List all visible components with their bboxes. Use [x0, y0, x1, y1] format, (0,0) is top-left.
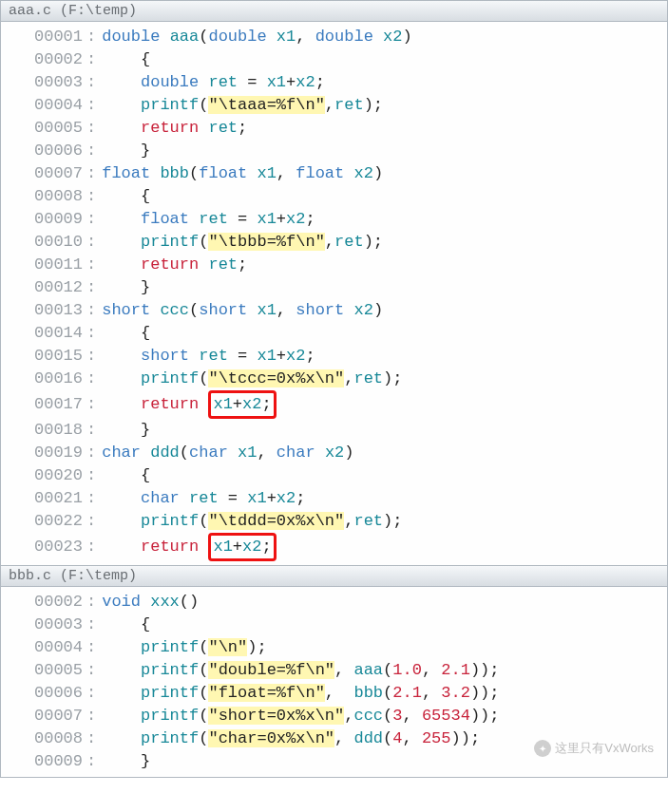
code-token-ident: ddd	[150, 444, 180, 462]
code-line[interactable]: 00001:double aaa(double x1, double x2)	[1, 26, 667, 48]
code-token-op: ;	[305, 210, 315, 228]
code-token-str: "short=0x%x\n"	[208, 707, 344, 725]
code-content[interactable]: return ret;	[102, 117, 247, 140]
code-content[interactable]: printf("float=%f\n", bbb(2.1, 3.2));	[102, 682, 499, 705]
code-content[interactable]: short ccc(short x1, short x2)	[102, 299, 383, 322]
code-content[interactable]: float bbb(float x1, float x2)	[102, 162, 383, 185]
code-content[interactable]: char ddd(char x1, char x2)	[102, 442, 353, 464]
code-content[interactable]: float ret = x1+x2;	[102, 208, 315, 231]
line-number: 00003	[1, 71, 86, 94]
gutter-colon: :	[86, 536, 102, 558]
code-content[interactable]: printf("\tddd=0x%x\n",ret);	[102, 510, 402, 533]
code-token-op: (	[383, 661, 392, 679]
code-line[interactable]: 00008: printf("char=0x%x\n", ddd(4, 255)…	[1, 727, 667, 750]
code-content[interactable]: {	[102, 322, 150, 345]
code-token-ident: x2	[286, 210, 305, 228]
code-content[interactable]: printf("\taaa=%f\n",ret);	[102, 94, 383, 117]
code-content[interactable]: printf("\tccc=0x%x\n",ret);	[102, 368, 402, 390]
code-content[interactable]: {	[102, 464, 150, 487]
code-token-op: );	[364, 233, 383, 251]
line-number: 00009	[1, 208, 86, 231]
code-line[interactable]: 00019:char ddd(char x1, char x2)	[1, 442, 667, 464]
code-line[interactable]: 00006: printf("float=%f\n", bbb(2.1, 3.2…	[1, 682, 667, 705]
code-token-kw: float	[199, 164, 247, 182]
code-line[interactable]: 00012: }	[1, 276, 667, 299]
code-token-ident: ret	[353, 512, 383, 530]
code-line[interactable]: 00015: short ret = x1+x2;	[1, 345, 667, 368]
code-content[interactable]: }	[102, 419, 150, 442]
code-line[interactable]: 00009: }	[1, 750, 667, 773]
gutter-colon: :	[86, 48, 102, 71]
code-line[interactable]: 00011: return ret;	[1, 254, 667, 276]
code-content[interactable]: char ret = x1+x2;	[102, 487, 305, 510]
code-content[interactable]: printf("double=%f\n", aaa(1.0, 2.1));	[102, 659, 499, 682]
code-token-ident: x1	[267, 73, 286, 91]
code-line[interactable]: 00008: {	[1, 185, 667, 208]
code-line[interactable]: 00002: {	[1, 48, 667, 71]
gutter-colon: :	[86, 345, 102, 368]
code-content[interactable]: short ret = x1+x2;	[102, 345, 315, 368]
code-token-op: (	[199, 707, 208, 725]
code-token-op: ,	[325, 96, 334, 114]
file-tab[interactable]: aaa.c (F:\temp)	[1, 1, 667, 22]
file-tab[interactable]: bbb.c (F:\temp)	[1, 566, 667, 587]
code-content[interactable]: printf("\tbbb=%f\n",ret);	[102, 231, 383, 254]
code-line[interactable]: 00007: printf("short=0x%x\n",ccc(3, 6553…	[1, 705, 667, 727]
code-token-op: ;	[315, 73, 325, 91]
code-line[interactable]: 00005: printf("double=%f\n", aaa(1.0, 2.…	[1, 659, 667, 682]
code-token-ident: x1	[257, 301, 276, 319]
code-content[interactable]: void xxx()	[102, 591, 199, 614]
code-line[interactable]: 00004: printf("\n");	[1, 636, 667, 659]
code-line[interactable]: 00023: return x1+x2;	[1, 533, 667, 561]
gutter-colon: :	[86, 162, 102, 185]
code-content[interactable]: double aaa(double x1, double x2)	[102, 26, 412, 48]
code-line[interactable]: 00018: }	[1, 419, 667, 442]
code-content[interactable]: {	[102, 614, 150, 636]
code-line[interactable]: 00014: {	[1, 322, 667, 345]
code-area[interactable]: 00002:void xxx()00003: {00004: printf("\…	[1, 587, 667, 777]
code-content[interactable]: }	[102, 276, 150, 299]
code-content[interactable]: double ret = x1+x2;	[102, 71, 325, 94]
code-token-op: ));	[470, 707, 500, 725]
code-token-ident: printf	[141, 96, 199, 114]
code-line[interactable]: 00007:float bbb(float x1, float x2)	[1, 162, 667, 185]
code-content[interactable]: return x1+x2;	[102, 390, 276, 419]
code-line[interactable]: 00022: printf("\tddd=0x%x\n",ret);	[1, 510, 667, 533]
line-number: 00013	[1, 299, 86, 322]
code-line[interactable]: 00020: {	[1, 464, 667, 487]
code-line[interactable]: 00016: printf("\tccc=0x%x\n",ret);	[1, 368, 667, 390]
code-content[interactable]: return x1+x2;	[102, 533, 276, 561]
code-line[interactable]: 00009: float ret = x1+x2;	[1, 208, 667, 231]
code-content[interactable]: }	[102, 140, 150, 162]
code-content[interactable]: return ret;	[102, 254, 247, 276]
code-line[interactable]: 00021: char ret = x1+x2;	[1, 487, 667, 510]
code-line[interactable]: 00004: printf("\taaa=%f\n",ret);	[1, 94, 667, 117]
code-line[interactable]: 00017: return x1+x2;	[1, 390, 667, 419]
code-content[interactable]: }	[102, 750, 150, 773]
gutter-colon: :	[86, 322, 102, 345]
code-line[interactable]: 00013:short ccc(short x1, short x2)	[1, 299, 667, 322]
code-token-op: ;	[238, 255, 247, 274]
code-token-kw: double	[315, 28, 373, 46]
code-content[interactable]: printf("char=0x%x\n", ddd(4, 255));	[102, 727, 480, 750]
code-token-ident: x2	[296, 73, 315, 91]
code-line[interactable]: 00006: }	[1, 140, 667, 162]
code-line[interactable]: 00003: {	[1, 614, 667, 636]
code-line[interactable]: 00010: printf("\tbbb=%f\n",ret);	[1, 231, 667, 254]
line-number: 00003	[1, 614, 86, 636]
code-token-op: ,	[344, 707, 353, 725]
gutter-colon: :	[86, 94, 102, 117]
code-token-kw: double	[141, 73, 199, 91]
code-content[interactable]: printf("short=0x%x\n",ccc(3, 65534));	[102, 705, 499, 727]
highlight-box: x1+x2;	[208, 533, 276, 561]
code-content[interactable]: {	[102, 48, 150, 71]
line-number: 00007	[1, 162, 86, 185]
code-line[interactable]: 00002:void xxx()	[1, 591, 667, 614]
code-content[interactable]: printf("\n");	[102, 636, 266, 659]
code-area[interactable]: 00001:double aaa(double x1, double x2)00…	[1, 22, 667, 565]
code-content[interactable]: {	[102, 185, 150, 208]
code-line[interactable]: 00003: double ret = x1+x2;	[1, 71, 667, 94]
line-number: 00002	[1, 48, 86, 71]
code-token-op: =	[238, 210, 257, 228]
code-line[interactable]: 00005: return ret;	[1, 117, 667, 140]
